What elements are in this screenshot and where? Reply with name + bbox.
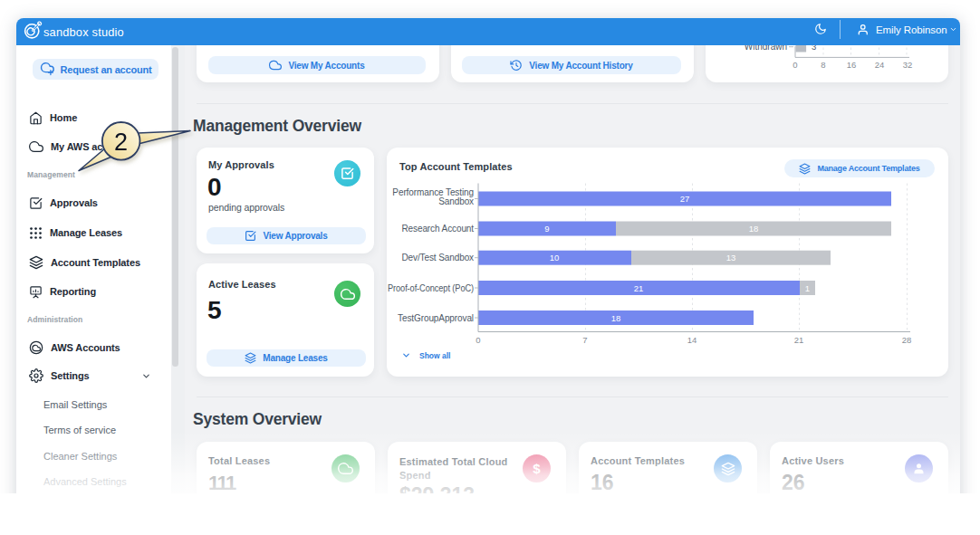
- svg-text:0: 0: [476, 335, 480, 345]
- svg-text:14: 14: [687, 335, 697, 345]
- svg-text:10: 10: [550, 253, 560, 263]
- svg-text:7: 7: [582, 335, 587, 345]
- svg-text:Sandbox: Sandbox: [438, 196, 474, 206]
- svg-text:32: 32: [903, 60, 913, 70]
- svg-text:18: 18: [611, 313, 621, 323]
- svg-text:1: 1: [805, 283, 810, 293]
- svg-text:Research Account: Research Account: [401, 224, 474, 234]
- svg-text:Proof-of-Concept (PoC): Proof-of-Concept (PoC): [388, 283, 474, 293]
- svg-text:16: 16: [847, 60, 857, 70]
- svg-text:0: 0: [793, 60, 797, 70]
- svg-text:8: 8: [821, 60, 825, 70]
- svg-text:28: 28: [902, 335, 912, 345]
- svg-text:21: 21: [634, 283, 644, 293]
- svg-text:13: 13: [726, 253, 736, 263]
- svg-text:18: 18: [749, 224, 759, 234]
- svg-text:9: 9: [544, 224, 549, 234]
- svg-text:TestGroupApproval: TestGroupApproval: [398, 313, 474, 323]
- svg-text:Dev/Test Sandbox: Dev/Test Sandbox: [401, 253, 474, 263]
- svg-text:27: 27: [680, 194, 690, 204]
- svg-text:24: 24: [875, 60, 885, 70]
- svg-text:21: 21: [794, 335, 804, 345]
